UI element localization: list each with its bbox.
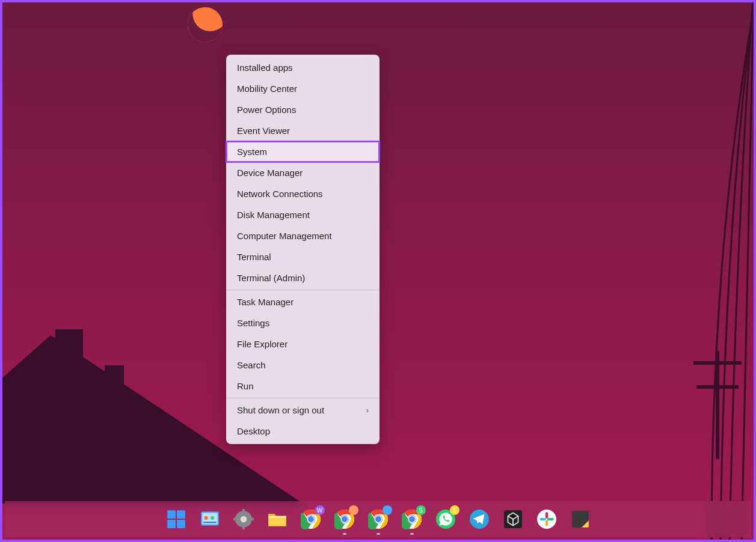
svg-rect-38 [547,518,554,520]
badge: 1 [450,505,459,515]
menu-item-label: Computer Management [237,231,332,241]
chrome-icon[interactable]: W [301,509,321,529]
file-explorer-icon[interactable] [267,509,287,529]
svg-point-30 [408,516,415,522]
menu-item-mobility-center[interactable]: Mobility Center [226,78,380,99]
wallpaper-wires [513,2,754,542]
svg-rect-11 [203,522,216,523]
menu-item-label: Task Manager [237,297,293,307]
menu-item-installed-apps[interactable]: Installed apps [226,57,380,78]
svg-rect-6 [177,520,185,528]
svg-rect-5 [167,520,176,528]
badge: S [416,505,426,515]
menu-item-settings[interactable]: Settings [226,312,380,333]
control-panel-icon[interactable] [200,509,220,529]
wallpaper-chimney [105,365,124,407]
menu-item-shut-down[interactable]: Shut down or sign out› [226,400,380,421]
cube-icon[interactable] [503,509,523,529]
running-indicator [343,533,346,535]
menu-item-label: Installed apps [237,62,293,73]
menu-item-label: Terminal [237,252,271,262]
svg-rect-36 [539,518,546,520]
menu-item-label: Power Options [237,105,296,115]
svg-rect-4 [177,510,185,519]
svg-rect-3 [167,510,176,519]
wallpaper-chimney [55,329,83,383]
menu-item-power-options[interactable]: Power Options [226,99,380,120]
badge [349,505,358,515]
menu-item-label: Device Manager [237,168,303,178]
running-indicator [376,533,380,535]
menu-item-label: File Explorer [237,339,287,349]
menu-item-label: Mobility Center [237,84,297,94]
badge: W [315,505,325,515]
whatsapp-icon[interactable]: 1 [435,509,456,529]
svg-rect-18 [268,516,286,518]
winx-context-menu: Installed appsMobility CenterPower Optio… [226,55,380,444]
chrome-icon[interactable]: S [402,509,422,529]
menu-separator [226,398,380,398]
svg-point-13 [240,516,247,523]
start-button[interactable] [166,509,186,529]
sticky-notes-icon[interactable] [570,509,591,529]
menu-item-label: Network Connections [237,189,323,199]
menu-item-device-manager[interactable]: Device Manager [226,162,380,183]
chevron-right-icon: › [366,406,369,415]
menu-item-run[interactable]: Run [226,376,380,397]
svg-point-10 [211,516,214,520]
menu-item-computer-management[interactable]: Computer Management [226,225,380,246]
menu-item-network-connections[interactable]: Network Connections [226,183,380,204]
settings-icon[interactable] [233,509,254,529]
running-indicator [410,533,414,535]
telegram-icon[interactable] [469,509,490,529]
menu-item-label: Event Viewer [237,126,290,136]
slack-icon[interactable] [536,509,557,529]
svg-point-24 [341,516,348,522]
svg-rect-15 [242,526,244,529]
menu-item-label: System [237,147,267,157]
svg-point-21 [307,516,314,522]
menu-item-file-explorer[interactable]: File Explorer [226,333,380,355]
menu-item-search[interactable]: Search [226,355,380,376]
svg-point-27 [375,516,381,522]
wallpaper-moon [183,2,227,47]
menu-item-label: Search [237,360,266,370]
svg-rect-35 [545,512,547,519]
taskbar: WS1 [5,501,751,537]
svg-point-9 [204,516,207,520]
menu-item-task-manager[interactable]: Task Manager [226,291,380,312]
menu-item-terminal-admin[interactable]: Terminal (Admin) [226,267,380,288]
menu-item-label: Terminal (Admin) [237,273,305,283]
svg-rect-16 [233,518,237,520]
menu-item-disk-management[interactable]: Disk Management [226,204,380,225]
svg-rect-37 [545,520,547,526]
menu-item-desktop[interactable]: Desktop [226,421,380,442]
menu-item-event-viewer[interactable]: Event Viewer [226,120,380,141]
menu-item-label: Desktop [237,426,270,436]
menu-item-label: Disk Management [237,210,310,220]
menu-item-label: Shut down or sign out [237,405,324,415]
svg-rect-17 [250,518,253,520]
menu-item-system[interactable]: System [226,141,380,162]
menu-item-terminal[interactable]: Terminal [226,246,380,267]
chrome-icon[interactable] [334,509,355,529]
menu-item-label: Run [237,381,254,391]
menu-item-label: Settings [237,318,269,328]
svg-rect-14 [242,509,244,513]
menu-separator [226,290,380,290]
badge [383,505,392,515]
chrome-icon[interactable] [368,509,389,529]
